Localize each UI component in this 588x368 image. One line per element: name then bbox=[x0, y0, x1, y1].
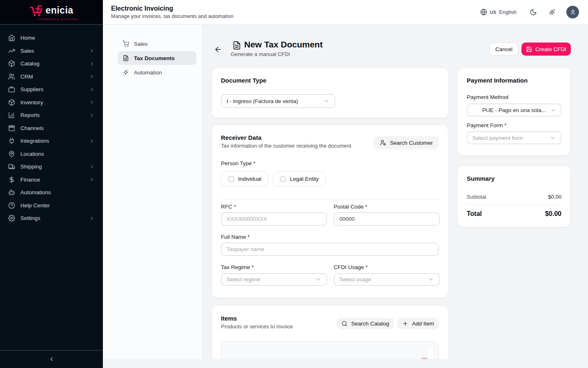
back-button[interactable] bbox=[212, 44, 224, 55]
briefcase-icon bbox=[8, 86, 15, 93]
person-type-individual-radio[interactable]: Individual bbox=[221, 171, 268, 186]
total-value: $0.00 bbox=[545, 210, 561, 218]
chevron-down-icon bbox=[550, 135, 556, 141]
cancel-button[interactable]: Cancel bbox=[490, 43, 518, 56]
theme-toggle-button[interactable] bbox=[530, 9, 537, 16]
sidebar-item-finance[interactable]: Finance bbox=[0, 173, 103, 186]
chevron-right-icon bbox=[89, 48, 95, 54]
sidebar-item-inventory[interactable]: Inventory bbox=[0, 96, 103, 109]
locale-code: US bbox=[490, 10, 496, 15]
chevron-right-icon bbox=[89, 87, 95, 92]
sidebar-item-home[interactable]: Home bbox=[0, 31, 103, 45]
items-title: Items bbox=[221, 315, 293, 322]
create-cfdi-button[interactable]: Create CFDI bbox=[521, 43, 571, 56]
payment-form-select[interactable]: Select payment form bbox=[467, 131, 561, 144]
sidebar-item-locations[interactable]: Locations bbox=[0, 148, 103, 161]
package-icon bbox=[8, 60, 15, 67]
postal-code-label: Postal Code * bbox=[334, 204, 440, 210]
summary-divider bbox=[467, 204, 561, 205]
moon-icon bbox=[530, 9, 537, 16]
person-type-legal-entity-radio[interactable]: Legal Entity bbox=[273, 171, 326, 186]
search-catalog-button[interactable]: Search Catalog bbox=[336, 318, 394, 329]
remove-item-icon[interactable] bbox=[421, 358, 428, 359]
page-subtitle: Generate a manual CFDI bbox=[231, 51, 290, 57]
user-avatar[interactable] bbox=[566, 6, 579, 18]
sidebar-item-suppliers[interactable]: Suppliers bbox=[0, 83, 103, 96]
sidebar-item-help-center[interactable]: Help Center bbox=[0, 199, 103, 212]
search-customer-button[interactable]: Search Customer bbox=[374, 136, 439, 149]
chevron-down-icon bbox=[550, 107, 556, 113]
language-switcher[interactable]: US English bbox=[480, 9, 517, 16]
tax-regime-label: Tax Regime * bbox=[221, 264, 327, 271]
users-icon bbox=[8, 73, 15, 80]
tax-regime-select[interactable]: Select regime bbox=[221, 273, 327, 286]
chevron-right-icon bbox=[89, 99, 95, 105]
subnav-item-automation[interactable]: Automation bbox=[118, 65, 196, 79]
sidebar-item-integrations[interactable]: Integrations bbox=[0, 135, 103, 148]
sidebar-item-sales[interactable]: Sales bbox=[0, 45, 103, 58]
receiver-title: Receiver Data bbox=[221, 134, 351, 141]
person-type-label: Person Type * bbox=[221, 160, 439, 167]
invoicing-subnav: Sales Tax Documents Automation bbox=[103, 25, 203, 359]
assistant-button[interactable] bbox=[548, 9, 556, 16]
trending-up-icon bbox=[8, 47, 15, 54]
chevron-right-icon bbox=[89, 177, 95, 182]
receiver-divider bbox=[221, 199, 439, 200]
sidebar-item-automations[interactable]: Automations bbox=[0, 186, 103, 199]
sidebar-item-reports[interactable]: Reports bbox=[0, 109, 103, 122]
help-circle-icon bbox=[8, 202, 15, 209]
document-type-title: Document Type bbox=[221, 77, 439, 84]
sidebar-item-settings[interactable]: Settings bbox=[0, 212, 103, 225]
document-type-select[interactable]: I - Ingreso (Factura de venta) bbox=[221, 94, 335, 108]
chevron-right-icon bbox=[89, 112, 95, 118]
summary-card: Summary Subtotal $0.00 Total $0.00 bbox=[457, 166, 571, 227]
sidebar-item-channels[interactable]: Channels bbox=[0, 122, 103, 135]
arrow-left-icon bbox=[214, 45, 222, 54]
subnav-item-sales[interactable]: Sales bbox=[118, 37, 196, 51]
sidebar-item-crm[interactable]: CRM bbox=[0, 70, 103, 83]
chevron-right-icon bbox=[89, 215, 95, 221]
postal-code-input[interactable] bbox=[334, 212, 440, 226]
payment-method-label: Payment Method bbox=[467, 94, 561, 101]
app-subtitle: Manage your invoices, tax documents and … bbox=[111, 13, 233, 19]
truck-icon bbox=[8, 163, 15, 170]
chevron-right-icon bbox=[89, 74, 95, 79]
cfdi-usage-label: CFDI Usage * bbox=[334, 264, 440, 271]
rfc-label: RFC * bbox=[221, 204, 327, 210]
cfdi-usage-select[interactable]: Select usage bbox=[334, 273, 440, 286]
payment-form-label: Payment Form * bbox=[467, 122, 561, 129]
sidebar-item-shipping[interactable]: Shipping bbox=[0, 160, 103, 173]
chevron-down-icon bbox=[323, 98, 330, 104]
shopping-cart-icon bbox=[122, 40, 129, 47]
subtotal-value: $0.00 bbox=[548, 194, 561, 200]
home-icon bbox=[8, 34, 15, 41]
payment-method-select[interactable]: PUE - Pago en una sola... bbox=[467, 103, 561, 117]
items-card: Items Products or services to invoice Se… bbox=[212, 305, 448, 359]
radio-circle-icon bbox=[228, 176, 234, 182]
sparkles-icon bbox=[548, 9, 556, 16]
subtotal-label: Subtotal bbox=[467, 194, 486, 200]
plug-icon bbox=[8, 137, 15, 144]
add-item-button[interactable]: Add Item bbox=[397, 318, 439, 329]
full-name-input[interactable] bbox=[221, 242, 439, 256]
items-subtitle: Products or services to invoice bbox=[221, 323, 293, 330]
sidebar-collapse-button[interactable] bbox=[0, 350, 103, 368]
locale-name: English bbox=[499, 9, 517, 15]
subnav-item-tax-documents[interactable]: Tax Documents bbox=[118, 51, 196, 65]
full-name-label: Full Name * bbox=[221, 234, 439, 240]
app-title: Electronic Invoicing bbox=[111, 5, 233, 12]
sidebar-item-catalog[interactable]: Catalog bbox=[0, 57, 103, 70]
user-search-icon bbox=[380, 139, 386, 146]
plus-icon bbox=[402, 321, 408, 327]
sparkles-icon bbox=[122, 69, 129, 76]
summary-title: Summary bbox=[467, 175, 561, 182]
topbar: Electronic Invoicing Manage your invoice… bbox=[103, 0, 588, 25]
rfc-input[interactable] bbox=[221, 212, 327, 226]
chevron-left-icon bbox=[49, 356, 55, 362]
store-icon bbox=[8, 125, 15, 132]
sidebar-nav: Home Sales Catalog CRM Suppliers Invento… bbox=[0, 25, 103, 225]
receiver-subtitle: Tax information of the customer receivin… bbox=[221, 143, 351, 149]
search-icon bbox=[341, 321, 347, 327]
cart-logo-icon bbox=[29, 4, 45, 17]
payment-title: Payment Information bbox=[467, 77, 561, 84]
